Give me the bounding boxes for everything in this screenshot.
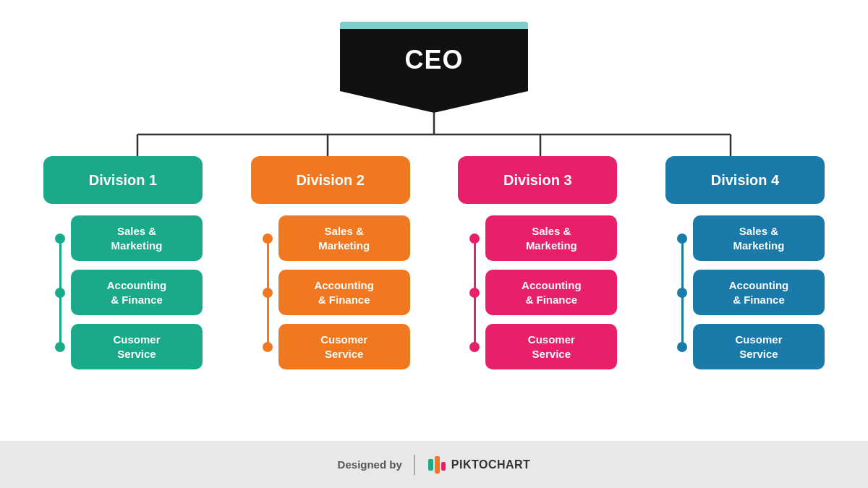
svg-rect-7 [435, 456, 440, 474]
sub-item-row-1-1: Sales &Marketing [43, 215, 203, 261]
sub-dot-2-1 [263, 234, 273, 244]
sub-item-box-3-2: Accounting& Finance [485, 270, 617, 315]
sub-dot-2-3 [263, 342, 273, 352]
division-column-2: Division 2Sales &MarketingAccounting& Fi… [244, 156, 417, 369]
sub-item-row-3-1: Sales &Marketing [458, 215, 617, 261]
sub-items-wrapper-3: Sales &MarketingAccounting& FinanceCusom… [458, 215, 617, 369]
sub-item-box-4-2: Accounting& Finance [693, 270, 825, 315]
division-column-1: Division 1Sales &MarketingAccounting& Fi… [36, 156, 210, 369]
sub-items-wrapper-4: Sales &MarketingAccounting& FinanceCusom… [665, 215, 825, 369]
sub-item-box-1-1: Sales &Marketing [71, 215, 203, 261]
division-4-box: Division 4 [665, 156, 825, 204]
sub-item-box-2-3: CusomerService [278, 324, 410, 369]
division-column-4: Division 4Sales &MarketingAccounting& Fi… [658, 156, 832, 369]
sub-dot-2-2 [263, 288, 273, 298]
svg-rect-6 [428, 459, 433, 471]
sub-item-row-4-3: CusomerService [665, 324, 825, 369]
footer: Designed by PIKTOCHART [0, 441, 868, 488]
sub-item-row-2-2: Accounting& Finance [251, 270, 410, 315]
sub-dot-3-1 [469, 234, 480, 244]
divisions-row: Division 1Sales &MarketingAccounting& Fi… [36, 156, 832, 369]
sub-item-row-4-1: Sales &Marketing [665, 215, 825, 261]
sub-item-box-1-3: CusomerService [71, 324, 203, 369]
sub-items-wrapper-1: Sales &MarketingAccounting& FinanceCusom… [43, 215, 203, 369]
sub-item-box-1-2: Accounting& Finance [71, 270, 203, 315]
sub-items-wrapper-2: Sales &MarketingAccounting& FinanceCusom… [251, 215, 410, 369]
designed-by-text: Designed by [338, 458, 402, 471]
division-3-box: Division 3 [458, 156, 617, 204]
sub-item-row-2-1: Sales &Marketing [251, 215, 410, 261]
division-column-3: Division 3Sales &MarketingAccounting& Fi… [451, 156, 624, 369]
sub-item-box-3-1: Sales &Marketing [485, 215, 617, 261]
piktochart-icon [427, 455, 447, 475]
sub-item-box-3-3: CusomerService [485, 324, 617, 369]
sub-dot-1-3 [55, 342, 65, 352]
sub-dot-4-3 [677, 342, 687, 352]
sub-item-row-3-2: Accounting& Finance [458, 270, 617, 315]
ceo-label: CEO [404, 45, 463, 74]
sub-dot-4-1 [677, 234, 687, 244]
sub-item-box-2-1: Sales &Marketing [278, 215, 410, 261]
sub-dot-1-1 [55, 234, 65, 244]
sub-item-row-4-2: Accounting& Finance [665, 270, 825, 315]
sub-item-box-2-2: Accounting& Finance [278, 270, 410, 315]
sub-dot-4-2 [677, 288, 687, 298]
piktochart-logo: PIKTOCHART [427, 455, 531, 475]
sub-item-row-1-2: Accounting& Finance [43, 270, 203, 315]
sub-dot-3-2 [469, 288, 480, 298]
ceo-box: CEO [340, 29, 528, 91]
ceo-top-bar [340, 22, 528, 29]
division-2-box: Division 2 [251, 156, 410, 204]
main-content: CEO Division 1Sales &MarketingAccounting… [0, 0, 868, 441]
connector-svg [36, 113, 832, 156]
svg-rect-8 [441, 462, 446, 471]
sub-item-box-4-3: CusomerService [693, 324, 825, 369]
sub-item-row-3-3: CusomerService [458, 324, 617, 369]
sub-dot-1-2 [55, 288, 65, 298]
sub-item-row-1-3: CusomerService [43, 324, 203, 369]
ceo-triangle [340, 91, 528, 113]
sub-item-box-4-1: Sales &Marketing [693, 215, 825, 261]
connector-lines [36, 113, 832, 156]
ceo-wrapper: CEO [340, 22, 528, 113]
sub-dot-3-3 [469, 342, 480, 352]
footer-divider [414, 455, 415, 475]
division-1-box: Division 1 [43, 156, 203, 204]
piktochart-brand: PIKTOCHART [451, 458, 531, 471]
sub-item-row-2-3: CusomerService [251, 324, 410, 369]
